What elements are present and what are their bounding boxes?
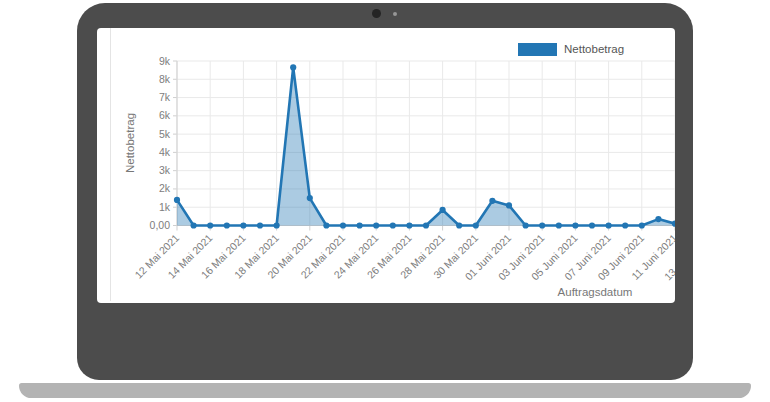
data-point[interactable] <box>606 222 612 228</box>
data-point[interactable] <box>440 207 446 213</box>
data-point[interactable] <box>174 197 180 203</box>
data-point[interactable] <box>489 198 495 204</box>
y-tick-label: 8k <box>159 73 171 85</box>
data-point[interactable] <box>323 222 329 228</box>
data-point[interactable] <box>191 222 197 228</box>
series-line <box>177 67 675 225</box>
x-axis-title: Auftragsdatum <box>558 286 633 298</box>
data-point[interactable] <box>622 222 628 228</box>
legend-label: Nettobetrag <box>564 42 624 56</box>
data-point[interactable] <box>373 222 379 228</box>
page-background: 0,001k2k3k4k5k6k7k8k9k12 Mai 202114 Mai … <box>0 0 770 402</box>
y-tick-label: 5k <box>159 128 171 140</box>
data-point[interactable] <box>390 222 396 228</box>
y-tick-label: 4k <box>159 146 171 158</box>
data-point[interactable] <box>307 195 313 201</box>
data-point[interactable] <box>340 222 346 228</box>
laptop-base <box>19 383 751 398</box>
data-point[interactable] <box>240 222 246 228</box>
webcam-led-icon <box>393 12 397 16</box>
data-point[interactable] <box>257 222 263 228</box>
data-point[interactable] <box>523 222 529 228</box>
data-point[interactable] <box>539 222 545 228</box>
data-point[interactable] <box>357 222 363 228</box>
data-point[interactable] <box>406 222 412 228</box>
y-tick-label: 9k <box>159 55 171 67</box>
y-tick-label: 0,00 <box>150 219 171 231</box>
y-tick-label: 7k <box>159 91 171 103</box>
data-point[interactable] <box>456 222 462 228</box>
y-tick-label: 3k <box>159 164 171 176</box>
data-point[interactable] <box>655 216 661 222</box>
y-tick-label: 6k <box>159 109 171 121</box>
area-chart[interactable]: 0,001k2k3k4k5k6k7k8k9k12 Mai 202114 Mai … <box>97 28 675 303</box>
data-point[interactable] <box>572 222 578 228</box>
data-point[interactable] <box>556 222 562 228</box>
legend-swatch <box>518 43 557 56</box>
data-point[interactable] <box>589 222 595 228</box>
y-tick-label: 2k <box>159 182 171 194</box>
data-point[interactable] <box>274 222 280 228</box>
laptop-screen: 0,001k2k3k4k5k6k7k8k9k12 Mai 202114 Mai … <box>97 28 675 303</box>
data-point[interactable] <box>423 222 429 228</box>
chart-legend[interactable]: Nettobetrag <box>518 42 624 56</box>
data-point[interactable] <box>207 222 213 228</box>
data-point[interactable] <box>506 202 512 208</box>
webcam-icon <box>372 9 381 18</box>
y-axis-title: Nettobetrag <box>124 113 136 173</box>
data-point[interactable] <box>639 222 645 228</box>
series-area <box>177 67 675 225</box>
data-point[interactable] <box>290 64 296 70</box>
data-point[interactable] <box>224 222 230 228</box>
data-point[interactable] <box>473 222 479 228</box>
laptop-mockup: 0,001k2k3k4k5k6k7k8k9k12 Mai 202114 Mai … <box>77 3 693 380</box>
y-tick-label: 1k <box>159 201 171 213</box>
